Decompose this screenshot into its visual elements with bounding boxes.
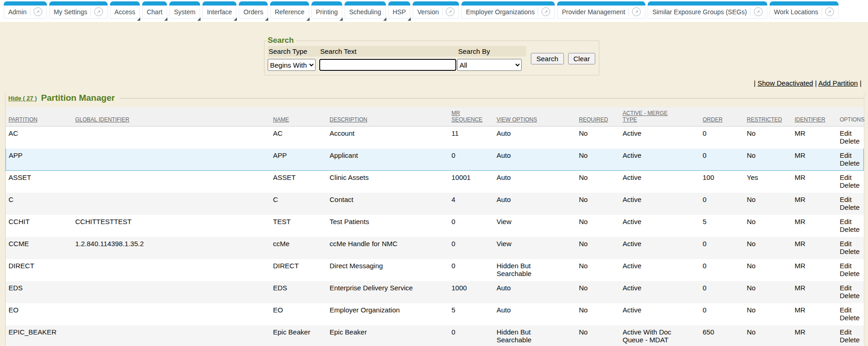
- search-by-select[interactable]: All: [457, 59, 522, 71]
- show-deactivated-link[interactable]: Show Deactivated: [758, 79, 813, 87]
- tab-orders[interactable]: Orders: [239, 1, 268, 18]
- cell-text: Contact: [330, 196, 354, 203]
- cell-options: Edit Delete: [840, 237, 864, 259]
- col-header-identifier[interactable]: IDENTIFIER: [795, 107, 840, 127]
- edit-link[interactable]: Edit: [840, 262, 852, 270]
- cell-text: Epic Beaker: [273, 328, 310, 336]
- cell-required: No: [579, 127, 623, 149]
- delete-link[interactable]: Delete: [840, 137, 860, 145]
- cell-mr_sequence: 4: [452, 193, 497, 215]
- edit-link[interactable]: Edit: [840, 151, 852, 159]
- col-header-name[interactable]: NAME: [273, 107, 330, 127]
- tab-admin[interactable]: Admin↗: [4, 1, 47, 18]
- tab-provider-management[interactable]: Provider Management↗: [557, 1, 645, 18]
- search-type-select[interactable]: Begins With: [268, 59, 316, 71]
- cell-text: Active: [623, 129, 642, 137]
- section-title: Hide ( 27 ) Partition Manager: [6, 93, 864, 103]
- cell-text: No: [747, 196, 756, 203]
- edit-link[interactable]: Edit: [840, 328, 852, 336]
- tab-employer-organizations[interactable]: Employer Organizations↗: [461, 1, 555, 18]
- edit-link[interactable]: Edit: [840, 306, 852, 314]
- search-button[interactable]: Search: [531, 53, 564, 64]
- external-link-icon: ↗: [91, 7, 103, 16]
- edit-link[interactable]: Edit: [840, 173, 852, 181]
- cell-text: Active: [623, 262, 642, 270]
- delete-link[interactable]: Delete: [840, 225, 860, 233]
- edit-link[interactable]: Edit: [840, 240, 852, 248]
- col-header-partition[interactable]: PARTITION: [6, 107, 75, 127]
- tab-system[interactable]: System: [169, 1, 200, 18]
- tab-my-settings[interactable]: My Settings↗: [49, 1, 108, 18]
- table-row-ac[interactable]: ACACAccount11AutoNoActive0NoMREdit Delet…: [6, 127, 864, 149]
- tab-reference[interactable]: Reference: [270, 1, 309, 18]
- tab-version[interactable]: Version↗: [413, 1, 459, 18]
- table-row-direct[interactable]: DIRECTDIRECTDirect Messaging0Hidden But …: [6, 259, 864, 281]
- table-row-eo[interactable]: EOEOEmployer Organization5AutoNoActive0N…: [6, 303, 864, 325]
- tab-work-locations[interactable]: Work Locations↗: [770, 1, 839, 18]
- col-header-view_options[interactable]: VIEW OPTIONS: [497, 107, 579, 127]
- cell-text: MR: [795, 218, 805, 225]
- cell-name: APP: [273, 149, 330, 171]
- delete-link[interactable]: Delete: [840, 270, 860, 277]
- search-text-input[interactable]: [319, 59, 456, 71]
- cell-mr_sequence: 0: [452, 237, 497, 259]
- submenu-corner-icon: [383, 17, 386, 21]
- table-row-app[interactable]: APPAPPApplicant0AutoNoActive0NoMREdit De…: [6, 149, 864, 171]
- separator: |: [754, 79, 756, 87]
- col-header-description[interactable]: DESCRIPTION: [330, 107, 452, 127]
- delete-link[interactable]: Delete: [840, 292, 860, 300]
- tab-similar-exposure-groups-segs[interactable]: Similar Exposure Groups (SEGs)↗: [648, 1, 767, 18]
- table-row-asset[interactable]: ASSETASSETClinic Assets10001AutoNoActive…: [6, 171, 864, 193]
- tab-access[interactable]: Access: [110, 1, 140, 18]
- clear-button[interactable]: Clear: [568, 53, 596, 64]
- cell-text: MR: [795, 306, 805, 314]
- edit-link[interactable]: Edit: [840, 218, 852, 225]
- tab-chart[interactable]: Chart: [142, 1, 167, 18]
- tab-label: Similar Exposure Groups (SEGs): [652, 8, 747, 16]
- tab-label: Orders: [243, 8, 263, 16]
- edit-link[interactable]: Edit: [840, 129, 852, 137]
- tab-body: Work Locations↗: [770, 6, 839, 18]
- delete-link[interactable]: Delete: [840, 314, 860, 322]
- col-header-active_merge_type[interactable]: ACTIVE - MERGE TYPE: [623, 107, 703, 127]
- tab-printing[interactable]: Printing: [311, 1, 342, 18]
- table-row-ccme[interactable]: CCME1.2.840.114398.1.35.2ccMeccMe Handle…: [6, 237, 864, 259]
- col-header-restricted[interactable]: RESTRICTED: [747, 107, 795, 127]
- title-rule: [120, 98, 864, 98]
- col-header-required[interactable]: REQUIRED: [579, 107, 623, 127]
- cell-text: C: [9, 196, 14, 203]
- cell-name: ccMe: [273, 237, 330, 259]
- cell-text: Account: [330, 129, 355, 137]
- delete-link[interactable]: Delete: [840, 248, 860, 255]
- table-row-cchit[interactable]: CCHITCCHITTESTTESTTESTTest Patients0View…: [6, 215, 864, 237]
- tab-interface[interactable]: Interface: [202, 1, 236, 18]
- tab-accent-bar: [413, 1, 459, 6]
- tab-scheduling[interactable]: Scheduling: [345, 1, 385, 18]
- col-header-order[interactable]: ORDER: [703, 107, 747, 127]
- table-row-c[interactable]: CCContact4AutoNoActive0NoMREdit Delete: [6, 193, 864, 215]
- table-row-eds[interactable]: EDSEDSEnterprise Delivery Service1000Aut…: [6, 281, 864, 303]
- cell-text: Auto: [497, 196, 511, 203]
- external-link-icon: ↗: [442, 7, 454, 16]
- cell-global_identifier: CCHITTESTTEST: [75, 215, 273, 237]
- tab-hsp[interactable]: HSP: [388, 1, 411, 18]
- hide-count-link[interactable]: Hide ( 27 ): [8, 95, 37, 102]
- table-row-epic-beaker[interactable]: EPIC_BEAKEREpic BeakerEpic Beaker0Hidden…: [6, 325, 864, 346]
- cell-mr_sequence: 5: [452, 303, 497, 325]
- search-form: Search Type Search Text Search By Search…: [268, 46, 595, 71]
- col-header-global_identifier[interactable]: GLOBAL IDENTIFIER: [75, 107, 273, 127]
- edit-link[interactable]: Edit: [840, 196, 852, 203]
- delete-link[interactable]: Delete: [840, 203, 860, 211]
- col-header-mr_sequence[interactable]: MR SEQUENCE: [452, 107, 497, 127]
- cell-text: 4: [452, 196, 455, 203]
- add-partition-link[interactable]: Add Partition: [818, 79, 858, 87]
- delete-link[interactable]: Delete: [840, 181, 860, 189]
- delete-link[interactable]: Delete: [840, 159, 860, 167]
- submenu-corner-icon: [234, 17, 237, 21]
- cell-global_identifier: 1.2.840.114398.1.35.2: [75, 237, 273, 259]
- edit-link[interactable]: Edit: [840, 284, 852, 292]
- cell-text: CCME: [9, 240, 29, 248]
- delete-link[interactable]: Delete: [840, 336, 860, 344]
- tab-label: Employer Organizations: [466, 8, 535, 16]
- col-header-label: DESCRIPTION: [330, 116, 368, 123]
